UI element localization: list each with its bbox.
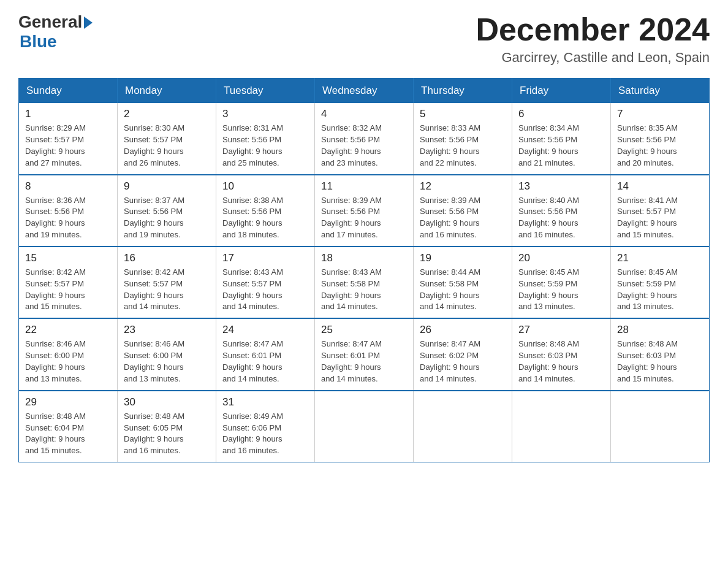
logo-arrow-icon xyxy=(84,17,93,29)
day-number: 29 xyxy=(25,396,111,408)
calendar-cell: 20 Sunrise: 8:45 AM Sunset: 5:59 PM Dayl… xyxy=(512,247,611,318)
day-info: Sunrise: 8:48 AM Sunset: 6:03 PM Dayligh… xyxy=(617,339,703,385)
day-info: Sunrise: 8:42 AM Sunset: 5:57 PM Dayligh… xyxy=(25,267,111,313)
day-number: 24 xyxy=(222,324,308,336)
day-info: Sunrise: 8:44 AM Sunset: 5:58 PM Dayligh… xyxy=(420,267,506,313)
day-info: Sunrise: 8:30 AM Sunset: 5:57 PM Dayligh… xyxy=(124,123,210,169)
location-label: Garcirrey, Castille and Leon, Spain xyxy=(476,50,710,66)
day-info: Sunrise: 8:48 AM Sunset: 6:05 PM Dayligh… xyxy=(124,411,210,457)
day-number: 20 xyxy=(518,252,604,264)
calendar-cell: 2 Sunrise: 8:30 AM Sunset: 5:57 PM Dayli… xyxy=(118,103,216,174)
calendar-cell: 24 Sunrise: 8:47 AM Sunset: 6:01 PM Dayl… xyxy=(216,318,315,390)
day-number: 19 xyxy=(420,252,506,264)
day-number: 17 xyxy=(222,252,308,264)
calendar-cell: 15 Sunrise: 8:42 AM Sunset: 5:57 PM Dayl… xyxy=(19,247,118,318)
day-number: 23 xyxy=(124,324,210,336)
calendar-week-row: 1 Sunrise: 8:29 AM Sunset: 5:57 PM Dayli… xyxy=(19,103,710,174)
calendar-cell: 22 Sunrise: 8:46 AM Sunset: 6:00 PM Dayl… xyxy=(19,318,118,390)
calendar-cell xyxy=(512,391,611,462)
calendar-cell: 12 Sunrise: 8:39 AM Sunset: 5:56 PM Dayl… xyxy=(414,175,512,247)
calendar-cell: 9 Sunrise: 8:37 AM Sunset: 5:56 PM Dayli… xyxy=(118,175,216,247)
day-info: Sunrise: 8:43 AM Sunset: 5:58 PM Dayligh… xyxy=(321,267,407,313)
day-number: 11 xyxy=(321,180,407,193)
weekday-header-monday: Monday xyxy=(118,79,216,104)
calendar-cell xyxy=(315,391,414,462)
calendar-cell: 17 Sunrise: 8:43 AM Sunset: 5:57 PM Dayl… xyxy=(216,247,315,318)
weekday-header-friday: Friday xyxy=(512,79,611,104)
calendar-cell: 21 Sunrise: 8:45 AM Sunset: 5:59 PM Dayl… xyxy=(611,247,710,318)
calendar-cell: 28 Sunrise: 8:48 AM Sunset: 6:03 PM Dayl… xyxy=(611,318,710,390)
calendar-cell: 13 Sunrise: 8:40 AM Sunset: 5:56 PM Dayl… xyxy=(512,175,611,247)
day-info: Sunrise: 8:36 AM Sunset: 5:56 PM Dayligh… xyxy=(25,195,111,241)
day-number: 13 xyxy=(518,180,604,193)
calendar-cell: 4 Sunrise: 8:32 AM Sunset: 5:56 PM Dayli… xyxy=(315,103,414,174)
weekday-header-thursday: Thursday xyxy=(414,79,512,104)
calendar-cell: 3 Sunrise: 8:31 AM Sunset: 5:56 PM Dayli… xyxy=(216,103,315,174)
calendar-cell: 8 Sunrise: 8:36 AM Sunset: 5:56 PM Dayli… xyxy=(19,175,118,247)
calendar-week-row: 8 Sunrise: 8:36 AM Sunset: 5:56 PM Dayli… xyxy=(19,175,710,247)
calendar-cell: 5 Sunrise: 8:33 AM Sunset: 5:56 PM Dayli… xyxy=(414,103,512,174)
day-number: 4 xyxy=(321,108,407,120)
day-number: 2 xyxy=(124,108,210,120)
weekday-header-sunday: Sunday xyxy=(19,79,118,104)
day-info: Sunrise: 8:34 AM Sunset: 5:56 PM Dayligh… xyxy=(518,123,604,169)
day-info: Sunrise: 8:45 AM Sunset: 5:59 PM Dayligh… xyxy=(518,267,604,313)
calendar-cell: 27 Sunrise: 8:48 AM Sunset: 6:03 PM Dayl… xyxy=(512,318,611,390)
calendar-cell: 31 Sunrise: 8:49 AM Sunset: 6:06 PM Dayl… xyxy=(216,391,315,462)
calendar-cell: 29 Sunrise: 8:48 AM Sunset: 6:04 PM Dayl… xyxy=(19,391,118,462)
calendar-cell: 30 Sunrise: 8:48 AM Sunset: 6:05 PM Dayl… xyxy=(118,391,216,462)
calendar-cell: 6 Sunrise: 8:34 AM Sunset: 5:56 PM Dayli… xyxy=(512,103,611,174)
day-info: Sunrise: 8:39 AM Sunset: 5:56 PM Dayligh… xyxy=(321,195,407,241)
day-number: 7 xyxy=(617,108,703,120)
day-number: 9 xyxy=(124,180,210,193)
logo-general-label: General xyxy=(18,12,82,32)
weekday-header-saturday: Saturday xyxy=(611,79,710,104)
calendar-cell xyxy=(611,391,710,462)
day-number: 14 xyxy=(617,180,703,193)
day-info: Sunrise: 8:42 AM Sunset: 5:57 PM Dayligh… xyxy=(124,267,210,313)
day-number: 22 xyxy=(25,324,111,336)
calendar-cell: 10 Sunrise: 8:38 AM Sunset: 5:56 PM Dayl… xyxy=(216,175,315,247)
page-header: General Blue December 2024 Garcirrey, Ca… xyxy=(18,12,710,66)
day-number: 25 xyxy=(321,324,407,336)
day-info: Sunrise: 8:46 AM Sunset: 6:00 PM Dayligh… xyxy=(124,339,210,385)
day-info: Sunrise: 8:32 AM Sunset: 5:56 PM Dayligh… xyxy=(321,123,407,169)
calendar-cell: 25 Sunrise: 8:47 AM Sunset: 6:01 PM Dayl… xyxy=(315,318,414,390)
day-number: 21 xyxy=(617,252,703,264)
calendar-week-row: 15 Sunrise: 8:42 AM Sunset: 5:57 PM Dayl… xyxy=(19,247,710,318)
day-info: Sunrise: 8:37 AM Sunset: 5:56 PM Dayligh… xyxy=(124,195,210,241)
calendar-cell: 14 Sunrise: 8:41 AM Sunset: 5:57 PM Dayl… xyxy=(611,175,710,247)
day-info: Sunrise: 8:43 AM Sunset: 5:57 PM Dayligh… xyxy=(222,267,308,313)
weekday-header-row: SundayMondayTuesdayWednesdayThursdayFrid… xyxy=(19,79,710,104)
weekday-header-wednesday: Wednesday xyxy=(315,79,414,104)
day-info: Sunrise: 8:47 AM Sunset: 6:02 PM Dayligh… xyxy=(420,339,506,385)
day-number: 27 xyxy=(518,324,604,336)
calendar-cell: 1 Sunrise: 8:29 AM Sunset: 5:57 PM Dayli… xyxy=(19,103,118,174)
day-info: Sunrise: 8:31 AM Sunset: 5:56 PM Dayligh… xyxy=(222,123,308,169)
day-info: Sunrise: 8:29 AM Sunset: 5:57 PM Dayligh… xyxy=(25,123,111,169)
day-number: 6 xyxy=(518,108,604,120)
day-number: 1 xyxy=(25,108,111,120)
day-info: Sunrise: 8:40 AM Sunset: 5:56 PM Dayligh… xyxy=(518,195,604,241)
day-info: Sunrise: 8:48 AM Sunset: 6:04 PM Dayligh… xyxy=(25,411,111,457)
day-number: 8 xyxy=(25,180,111,193)
title-section: December 2024 Garcirrey, Castille and Le… xyxy=(476,12,710,66)
day-number: 26 xyxy=(420,324,506,336)
day-info: Sunrise: 8:48 AM Sunset: 6:03 PM Dayligh… xyxy=(518,339,604,385)
calendar-week-row: 29 Sunrise: 8:48 AM Sunset: 6:04 PM Dayl… xyxy=(19,391,710,462)
day-number: 30 xyxy=(124,396,210,408)
calendar-week-row: 22 Sunrise: 8:46 AM Sunset: 6:00 PM Dayl… xyxy=(19,318,710,390)
logo-blue-text: Blue xyxy=(20,32,57,52)
logo: General Blue xyxy=(18,12,93,52)
day-number: 5 xyxy=(420,108,506,120)
day-info: Sunrise: 8:46 AM Sunset: 6:00 PM Dayligh… xyxy=(25,339,111,385)
calendar-cell: 23 Sunrise: 8:46 AM Sunset: 6:00 PM Dayl… xyxy=(118,318,216,390)
day-info: Sunrise: 8:39 AM Sunset: 5:56 PM Dayligh… xyxy=(420,195,506,241)
weekday-header-tuesday: Tuesday xyxy=(216,79,315,104)
day-number: 10 xyxy=(222,180,308,193)
day-info: Sunrise: 8:47 AM Sunset: 6:01 PM Dayligh… xyxy=(321,339,407,385)
day-number: 15 xyxy=(25,252,111,264)
day-info: Sunrise: 8:38 AM Sunset: 5:56 PM Dayligh… xyxy=(222,195,308,241)
day-info: Sunrise: 8:41 AM Sunset: 5:57 PM Dayligh… xyxy=(617,195,703,241)
day-number: 3 xyxy=(222,108,308,120)
